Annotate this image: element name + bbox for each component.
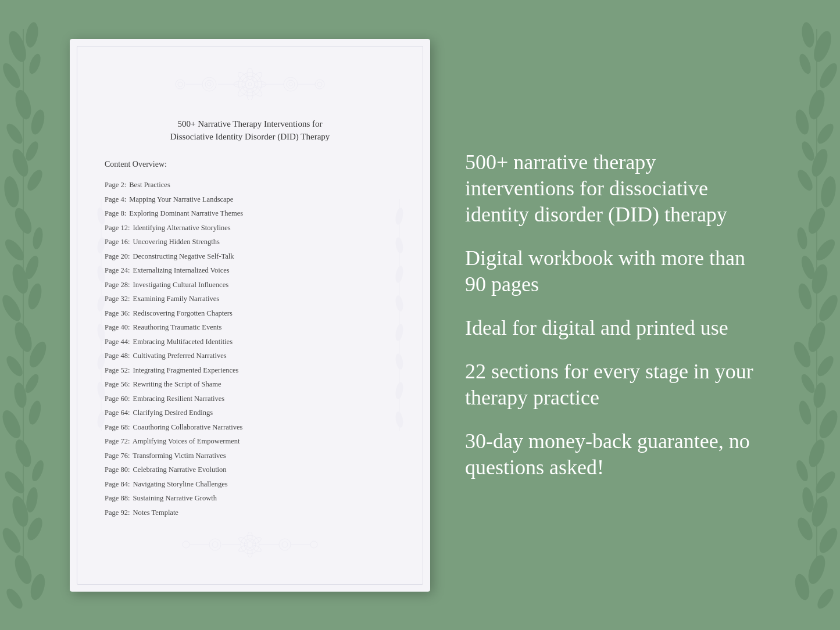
doc-side-left-decoration [74, 199, 127, 431]
toc-item: Page 80: Celebrating Narrative Evolution [105, 463, 395, 478]
top-decoration [105, 68, 395, 106]
toc-item: Page 48: Cultivating Preferred Narrative… [105, 349, 395, 364]
toc-item: Page 16: Uncovering Hidden Strengths [105, 235, 395, 250]
svg-point-128 [252, 536, 262, 545]
toc-item: Page 44: Embracing Multifaceted Identiti… [105, 335, 395, 349]
toc-item: Page 28: Investigating Cultural Influenc… [105, 278, 395, 292]
feature-text-5: 30-day money-back guarantee, no question… [465, 428, 759, 481]
svg-point-83 [248, 83, 252, 86]
toc-item: Page 84: Navigating Storyline Challenges [105, 477, 395, 492]
svg-point-103 [317, 82, 322, 87]
svg-point-135 [279, 539, 291, 550]
svg-point-88 [247, 89, 253, 100]
svg-point-126 [247, 542, 253, 547]
feature-text-3: Ideal for digital and printed use [465, 315, 759, 341]
toc-item: Page 68: Coauthoring Collaborative Narra… [105, 420, 395, 435]
svg-point-140 [310, 541, 317, 548]
toc-item: Page 64: Clarifying Desired Endings [105, 406, 395, 421]
document-title: 500+ Narrative Therapy Interventions for… [105, 117, 395, 144]
toc-item: Page 92: Notes Template [105, 506, 395, 520]
features-panel: 500+ narrative therapy interventions for… [465, 149, 770, 481]
table-of-contents: Page 2: Best PracticesPage 4: Mapping Yo… [105, 178, 395, 520]
toc-item: Page 56: Rewriting the Script of Shame [105, 378, 395, 392]
toc-item: Page 40: Reauthoring Traumatic Events [105, 321, 395, 335]
document-panel: 500+ Narrative Therapy Interventions for… [70, 39, 430, 592]
svg-point-94 [208, 83, 211, 86]
main-content: 500+ Narrative Therapy Interventions for… [0, 0, 840, 630]
feature-text-1: 500+ narrative therapy interventions for… [465, 149, 759, 228]
svg-point-95 [284, 77, 298, 91]
doc-side-right-decoration [373, 199, 426, 431]
toc-item: Page 2: Best Practices [105, 178, 395, 193]
svg-point-131 [238, 544, 248, 553]
feature-text-4: 22 sections for every stage in your ther… [465, 359, 759, 411]
svg-point-130 [248, 548, 252, 557]
toc-item: Page 52: Integrating Fragmented Experien… [105, 363, 395, 378]
toc-item: Page 36: Rediscovering Forgotten Chapter… [105, 306, 395, 321]
svg-point-134 [212, 542, 218, 547]
toc-item: Page 60: Embracing Resilient Narratives [105, 392, 395, 406]
svg-point-132 [238, 536, 248, 545]
svg-point-101 [178, 82, 183, 87]
svg-point-136 [282, 542, 288, 547]
svg-point-84 [247, 68, 253, 80]
toc-item: Page 76: Transforming Victim Narratives [105, 449, 395, 463]
toc-item: Page 4: Mapping Your Narrative Landscape [105, 192, 395, 207]
svg-point-127 [248, 532, 252, 541]
svg-point-139 [183, 541, 190, 548]
svg-point-97 [289, 83, 292, 86]
svg-point-133 [209, 539, 221, 550]
svg-point-102 [315, 80, 324, 89]
toc-item: Page 24: Externalizing Internalized Voic… [105, 264, 395, 278]
feature-text-2: Digital workbook with more than 90 pages [465, 245, 759, 298]
bottom-decoration [105, 532, 395, 563]
toc-item: Page 8: Exploring Dominant Narrative The… [105, 207, 395, 221]
svg-point-81 [242, 76, 258, 92]
toc-item: Page 12: Identifying Alternative Storyli… [105, 221, 395, 235]
toc-item: Page 72: Amplifying Voices of Empowermen… [105, 435, 395, 449]
svg-point-96 [287, 80, 295, 88]
svg-point-125 [244, 539, 256, 550]
svg-point-100 [176, 80, 185, 89]
svg-point-93 [205, 80, 213, 88]
toc-item: Page 20: Deconstructing Negative Self-Ta… [105, 249, 395, 264]
svg-point-92 [202, 77, 216, 91]
content-overview-label: Content Overview: [105, 160, 395, 169]
toc-item: Page 32: Examining Family Narratives [105, 292, 395, 307]
svg-point-129 [252, 544, 262, 553]
toc-item: Page 88: Sustaining Narrative Growth [105, 492, 395, 506]
